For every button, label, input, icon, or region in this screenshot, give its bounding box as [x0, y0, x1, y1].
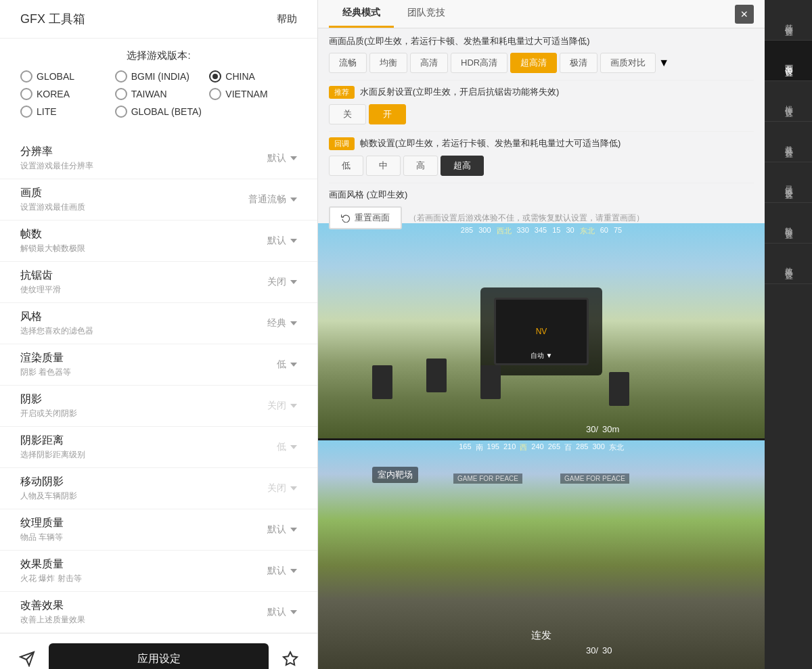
setting-shadowdist-desc: 选择阴影距离级别	[20, 449, 85, 461]
qbtn-balanced[interactable]: 均衡	[369, 53, 407, 73]
version-korea[interactable]: KOREA	[20, 88, 108, 100]
water-section: 推荐 水面反射设置(立即生效，开启后抗锯齿功能将失效)	[329, 86, 754, 99]
favorite-button[interactable]	[277, 645, 304, 669]
setting-anti-alias[interactable]: 抗锯齿 使纹理平滑 关闭	[0, 262, 317, 303]
radio-china-circle	[209, 70, 221, 83]
setting-render-value: 低	[277, 359, 286, 371]
version-vietnam-label: VIETNAM	[225, 89, 267, 99]
qbtn-compare[interactable]: 画质对比	[600, 53, 656, 73]
setting-shadow-dist[interactable]: 阴影距离 选择阴影距离级别 低	[0, 427, 317, 468]
setting-texture-quality[interactable]: 纹理质量 物品 车辆等 默认	[0, 509, 317, 551]
rsb-operation[interactable]: 操作设置	[765, 81, 812, 122]
send-button[interactable]	[14, 645, 41, 669]
version-lite[interactable]: LITE	[20, 106, 108, 118]
version-global-beta[interactable]: GLOBAL (BETA)	[115, 106, 297, 118]
setting-improve-value: 默认	[267, 606, 286, 618]
setting-style-value: 经典	[267, 317, 286, 329]
rsb-weapon[interactable]: 载具设置	[765, 122, 812, 162]
game-screen-top: NV 自动 ▼ 285300西北3303451530东北6075 30/30m	[318, 223, 765, 440]
resolution-chevron-icon	[290, 156, 297, 160]
setting-resolution-name: 分辨率	[20, 145, 93, 159]
render-chevron-icon	[290, 363, 297, 367]
setting-improve-name: 改善效果	[20, 599, 85, 613]
setting-style[interactable]: 风格 选择您喜欢的滤色器 经典	[0, 303, 317, 344]
quality-buttons-row: 流畅 均衡 高清 HDR高清 超高清 极清 画质对比 ▼	[329, 53, 754, 73]
setting-fps-desc: 解锁最大帧数极限	[20, 243, 85, 254]
shadowdist-chevron-icon	[290, 445, 297, 449]
setting-effect-quality[interactable]: 效果质量 火花 爆炸 射击等 默认	[0, 551, 317, 592]
setting-render-quality[interactable]: 渲染质量 阴影 着色器等 低	[0, 344, 317, 386]
fps-buttons-row: 低 中 高 超高	[329, 156, 754, 176]
rsb-basic[interactable]: 基础设置	[765, 0, 812, 41]
qbtn-smooth[interactable]: 流畅	[329, 53, 367, 73]
setting-shadow-desc: 开启或关闭阴影	[20, 408, 77, 419]
setting-moving-shadow[interactable]: 移动阴影 人物及车辆阴影 关闭	[0, 468, 317, 509]
apply-button[interactable]: 应用设定	[49, 643, 269, 669]
help-link[interactable]: 帮助	[277, 13, 297, 26]
rsb-sensitivity[interactable]: 灵敏度设置	[765, 162, 812, 203]
setting-fps[interactable]: 帧数 解锁最大帧数极限 默认	[0, 221, 317, 262]
setting-fps-name: 帧数	[20, 227, 85, 241]
qbtn-extreme[interactable]: 极清	[560, 53, 597, 73]
settings-list: 分辨率 设置游戏最佳分辨率 默认 画质 设置游戏最佳画质 普通流畅 帧数 解锁最	[0, 138, 317, 633]
rsb-effect[interactable]: 效果设置	[765, 244, 812, 284]
style-chevron-icon	[290, 321, 297, 325]
setting-shadow[interactable]: 阴影 开启或关闭阴影 关闭	[0, 386, 317, 427]
water-section-title: 水面反射设置(立即生效，开启后抗锯齿功能将失效)	[360, 87, 560, 97]
game-sign-1: GAME FOR PEACE	[453, 474, 522, 484]
water-off-btn[interactable]: 关	[329, 104, 366, 124]
overlay-close-button[interactable]: ✕	[735, 5, 754, 24]
fps-high-btn[interactable]: 高	[403, 156, 438, 176]
setting-quality[interactable]: 画质 设置游戏最佳画质 普通流畅	[0, 179, 317, 221]
fps-low-btn[interactable]: 低	[329, 156, 363, 176]
qbtn-high[interactable]: 高清	[410, 53, 448, 73]
scope-overlay: NV 自动 ▼	[480, 287, 602, 375]
setting-quality-desc: 设置游戏最佳画质	[20, 202, 85, 213]
left-panel: GFX 工具箱 帮助 选择游戏版本: GLOBAL BGMI (INDIA) C…	[0, 0, 318, 669]
hud-compass-bottom: 165南195210西240265百285300东北	[318, 442, 765, 453]
fps-ultra-btn[interactable]: 超高	[441, 156, 484, 176]
version-label: 选择游戏版本:	[20, 49, 297, 62]
water-on-btn[interactable]: 开	[369, 104, 406, 124]
right-sidebar: 基础设置 画面设置 操作设置 载具设置 灵敏度设置 拾取设置 效果设置	[765, 0, 812, 669]
rsb-screen[interactable]: 画面设置	[765, 41, 812, 81]
setting-improve-effect[interactable]: 改善效果 改善上述质量效果 默认	[0, 592, 317, 633]
version-lite-label: LITE	[37, 106, 57, 117]
version-section: 选择游戏版本: GLOBAL BGMI (INDIA) CHINA KOREA	[0, 39, 317, 130]
qbtn-ultra-hd[interactable]: 超高清	[510, 53, 557, 73]
setting-shadowdist-name: 阴影距离	[20, 434, 85, 448]
reset-screen-button[interactable]: 重置画面	[329, 206, 402, 229]
section-divider-3	[329, 183, 754, 183]
radio-lite-circle	[20, 106, 32, 118]
setting-movingshadow-value: 关闭	[267, 482, 286, 494]
scope-nv-label: NV	[536, 327, 547, 336]
tab-classic[interactable]: 经典模式	[329, 0, 394, 28]
game-screen-bottom: 165南195210西240265百285300东北 室内靶场 连发 30/30…	[318, 440, 765, 669]
version-global[interactable]: GLOBAL	[20, 70, 108, 83]
setting-texture-desc: 物品 车辆等	[20, 532, 64, 543]
setting-resolution[interactable]: 分辨率 设置游戏最佳分辨率 默认	[0, 138, 317, 179]
version-bgmi[interactable]: BGMI (INDIA)	[115, 70, 203, 83]
water-recommend-badge: 推荐	[329, 86, 355, 99]
hud-ammo-top: 30/30m	[586, 424, 619, 434]
tab-team[interactable]: 团队竞技	[394, 0, 459, 28]
radio-korea-circle	[20, 88, 32, 100]
version-radio-grid: GLOBAL BGMI (INDIA) CHINA KOREA TAIWAN	[20, 70, 297, 118]
setting-movingshadow-desc: 人物及车辆阴影	[20, 490, 77, 502]
setting-antialias-desc: 使纹理平滑	[20, 284, 61, 296]
version-china[interactable]: CHINA	[209, 70, 297, 83]
section-divider-2	[329, 131, 754, 132]
texture-chevron-icon	[290, 528, 297, 532]
improve-chevron-icon	[290, 610, 297, 614]
version-taiwan[interactable]: TAIWAN	[115, 88, 203, 100]
setting-texture-name: 纹理质量	[20, 516, 64, 530]
fps-chevron-icon	[290, 239, 297, 243]
game-screen-divider	[318, 438, 765, 440]
fps-mid-btn[interactable]: 中	[366, 156, 401, 176]
qbtn-compare-wrapper: 画质对比 ▼	[600, 53, 669, 73]
setting-shadow-value: 关闭	[267, 400, 286, 412]
rsb-pickup[interactable]: 拾取设置	[765, 203, 812, 244]
setting-shadowdist-value: 低	[277, 441, 286, 453]
qbtn-hdr[interactable]: HDR高清	[451, 53, 508, 73]
version-vietnam[interactable]: VIETNAM	[209, 88, 297, 100]
